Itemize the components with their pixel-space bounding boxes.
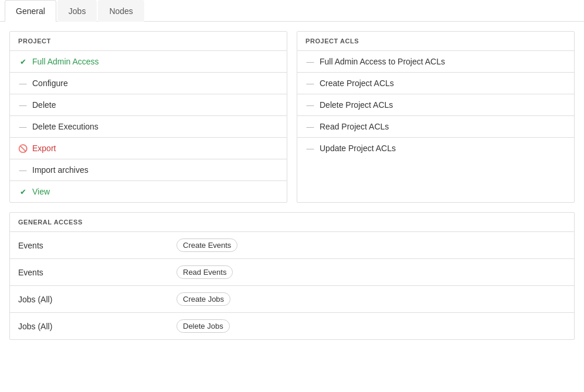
acls-row-delete: — Delete Project ACLs xyxy=(297,94,574,115)
acls-row-read: — Read Project ACLs xyxy=(297,115,574,137)
project-row-delete: — Delete xyxy=(10,94,287,115)
general-access-title: GENERAL ACCESS xyxy=(10,213,574,231)
project-row-label: Delete xyxy=(32,100,56,110)
acls-row-update: — Update Project ACLs xyxy=(297,137,574,159)
access-row-jobs-create: Jobs (All) Create Jobs xyxy=(10,285,574,312)
project-row-label: Import archives xyxy=(32,165,89,175)
project-row-delete-executions: — Delete Executions xyxy=(10,115,287,137)
minus-icon: — xyxy=(305,57,315,66)
minus-icon: — xyxy=(18,122,28,131)
project-row-label: Full Admin Access xyxy=(32,57,99,66)
project-row-label: View xyxy=(32,187,50,196)
access-row-value: Delete Jobs xyxy=(168,313,574,339)
minus-icon: — xyxy=(305,144,315,153)
project-row-full-admin: ✔ Full Admin Access xyxy=(10,50,287,72)
project-row-view: ✔ View xyxy=(10,180,287,202)
tab-general[interactable]: General xyxy=(5,0,56,22)
access-row-label: Events xyxy=(10,235,168,256)
minus-icon: — xyxy=(18,166,28,175)
project-row-label: Export xyxy=(32,144,56,153)
acls-row-label: Read Project ACLs xyxy=(320,122,389,131)
badge-create-jobs: Create Jobs xyxy=(176,292,230,306)
access-row-jobs-delete: Jobs (All) Delete Jobs xyxy=(10,312,574,339)
badge-read-events: Read Events xyxy=(176,265,233,279)
minus-icon: — xyxy=(18,79,28,88)
minus-icon: — xyxy=(305,79,315,88)
acls-row-label: Full Admin Access to Project ACLs xyxy=(320,57,445,66)
access-row-label: Jobs (All) xyxy=(10,289,168,310)
project-panel-title: PROJECT xyxy=(10,32,287,50)
access-row-label: Events xyxy=(10,262,168,283)
project-row-export: 🚫 Export xyxy=(10,137,287,159)
acls-row-full-admin: — Full Admin Access to Project ACLs xyxy=(297,50,574,72)
project-acls-panel-title: PROJECT ACLS xyxy=(297,32,574,50)
tab-jobs[interactable]: Jobs xyxy=(57,0,97,22)
project-row-label: Delete Executions xyxy=(32,122,99,131)
general-access-panel: GENERAL ACCESS Events Create Events Even… xyxy=(9,212,575,340)
access-row-value: Create Jobs xyxy=(168,287,574,312)
project-panel: PROJECT ✔ Full Admin Access — Configure … xyxy=(9,31,287,203)
acls-row-label: Create Project ACLs xyxy=(320,79,394,88)
top-panels: PROJECT ✔ Full Admin Access — Configure … xyxy=(9,31,575,203)
deny-icon: 🚫 xyxy=(18,144,28,153)
access-row-value: Read Events xyxy=(168,260,574,285)
access-row-events-create: Events Create Events xyxy=(10,231,574,258)
minus-icon: — xyxy=(305,101,315,110)
badge-create-events: Create Events xyxy=(176,238,237,252)
tab-nodes[interactable]: Nodes xyxy=(98,0,144,22)
project-row-label: Configure xyxy=(32,79,68,88)
acls-row-label: Update Project ACLs xyxy=(320,144,396,153)
acls-row-create: — Create Project ACLs xyxy=(297,72,574,94)
minus-icon: — xyxy=(305,122,315,131)
project-row-configure: — Configure xyxy=(10,72,287,94)
acls-row-label: Delete Project ACLs xyxy=(320,100,393,110)
check-icon: ✔ xyxy=(18,188,28,196)
access-row-events-read: Events Read Events xyxy=(10,258,574,285)
project-row-import: — Import archives xyxy=(10,159,287,180)
access-row-label: Jobs (All) xyxy=(10,316,168,337)
minus-icon: — xyxy=(18,101,28,110)
access-row-value: Create Events xyxy=(168,233,574,258)
check-icon: ✔ xyxy=(18,57,28,66)
badge-delete-jobs: Delete Jobs xyxy=(176,319,230,333)
main-content: PROJECT ✔ Full Admin Access — Configure … xyxy=(0,22,584,349)
tab-bar: General Jobs Nodes xyxy=(0,0,584,22)
project-acls-panel: PROJECT ACLS — Full Admin Access to Proj… xyxy=(297,31,575,203)
